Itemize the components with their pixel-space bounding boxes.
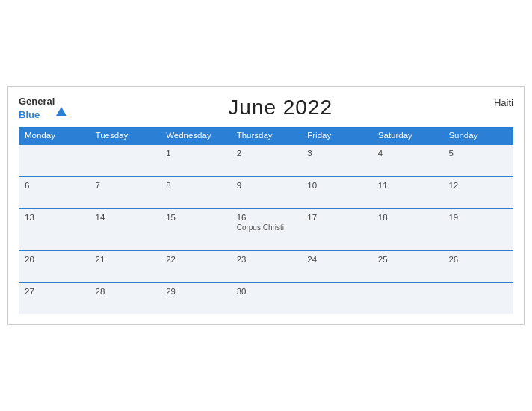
calendar-cell: 23 bbox=[231, 250, 302, 282]
day-number: 9 bbox=[237, 181, 296, 190]
day-number: 6 bbox=[25, 181, 84, 190]
calendar-cell: 1 bbox=[160, 144, 231, 176]
calendar-cell: 29 bbox=[160, 282, 231, 314]
calendar-cell: 3 bbox=[301, 144, 372, 176]
day-number: 13 bbox=[25, 213, 84, 222]
day-number: 15 bbox=[166, 213, 225, 222]
calendar-cell: 17 bbox=[301, 208, 372, 250]
day-number: 22 bbox=[166, 255, 225, 264]
holiday-label: Corpus Christi bbox=[237, 223, 296, 232]
calendar-cell bbox=[442, 282, 513, 314]
calendar-header: General Blue June 2022 Haiti bbox=[19, 94, 513, 121]
calendar-cell bbox=[19, 144, 90, 176]
weekday-header: Thursday bbox=[231, 127, 302, 144]
calendar-cell: 4 bbox=[372, 144, 443, 176]
day-number: 12 bbox=[448, 181, 507, 190]
day-number: 1 bbox=[166, 149, 225, 158]
calendar-week-row: 27282930 bbox=[19, 282, 513, 314]
weekday-header-row: MondayTuesdayWednesdayThursdayFridaySatu… bbox=[19, 127, 513, 144]
day-number: 26 bbox=[448, 255, 507, 264]
country-label: Haiti bbox=[494, 94, 513, 108]
day-number: 27 bbox=[25, 287, 84, 296]
day-number: 25 bbox=[378, 255, 437, 264]
day-number: 28 bbox=[96, 287, 155, 296]
calendar-cell bbox=[372, 282, 443, 314]
calendar-cell: 5 bbox=[442, 144, 513, 176]
day-number: 4 bbox=[378, 149, 437, 158]
calendar-cell: 18 bbox=[372, 208, 443, 250]
calendar-week-row: 6789101112 bbox=[19, 176, 513, 208]
weekday-header: Tuesday bbox=[90, 127, 161, 144]
day-number: 2 bbox=[237, 149, 296, 158]
calendar-thead: MondayTuesdayWednesdayThursdayFridaySatu… bbox=[19, 127, 513, 144]
day-number: 7 bbox=[96, 181, 155, 190]
calendar-tbody: 12345678910111213141516Corpus Christi171… bbox=[19, 144, 513, 314]
day-number: 19 bbox=[448, 213, 507, 222]
calendar-cell: 6 bbox=[19, 176, 90, 208]
day-number: 17 bbox=[307, 213, 366, 222]
weekday-header: Monday bbox=[19, 127, 90, 144]
calendar-cell: 16Corpus Christi bbox=[231, 208, 302, 250]
calendar-cell: 19 bbox=[442, 208, 513, 250]
day-number: 5 bbox=[448, 149, 507, 158]
calendar-week-row: 20212223242526 bbox=[19, 250, 513, 282]
weekday-header: Saturday bbox=[372, 127, 443, 144]
day-number: 10 bbox=[307, 181, 366, 190]
day-number: 20 bbox=[25, 255, 84, 264]
calendar-cell: 27 bbox=[19, 282, 90, 314]
day-number: 23 bbox=[237, 255, 296, 264]
day-number: 30 bbox=[237, 287, 296, 296]
calendar-cell: 9 bbox=[231, 176, 302, 208]
logo-blue-text: Blue bbox=[19, 109, 40, 120]
calendar-cell: 12 bbox=[442, 176, 513, 208]
calendar-cell: 26 bbox=[442, 250, 513, 282]
calendar-cell: 22 bbox=[160, 250, 231, 282]
weekday-header: Wednesday bbox=[160, 127, 231, 144]
day-number: 24 bbox=[307, 255, 366, 264]
calendar-cell: 28 bbox=[90, 282, 161, 314]
calendar-grid: MondayTuesdayWednesdayThursdayFridaySatu… bbox=[19, 127, 513, 314]
calendar-container: General Blue June 2022 Haiti MondayTuesd… bbox=[7, 86, 525, 325]
day-number: 14 bbox=[96, 213, 155, 222]
weekday-header: Friday bbox=[301, 127, 372, 144]
calendar-cell: 2 bbox=[231, 144, 302, 176]
logo-general-text: General bbox=[19, 96, 55, 107]
calendar-week-row: 12345 bbox=[19, 144, 513, 176]
day-number: 8 bbox=[166, 181, 225, 190]
calendar-cell: 30 bbox=[231, 282, 302, 314]
calendar-week-row: 13141516Corpus Christi171819 bbox=[19, 208, 513, 250]
calendar-cell: 13 bbox=[19, 208, 90, 250]
calendar-cell: 11 bbox=[372, 176, 443, 208]
calendar-cell bbox=[90, 144, 161, 176]
calendar-cell: 24 bbox=[301, 250, 372, 282]
day-number: 11 bbox=[378, 181, 437, 190]
calendar-cell: 8 bbox=[160, 176, 231, 208]
calendar-cell: 21 bbox=[90, 250, 161, 282]
calendar-cell: 20 bbox=[19, 250, 90, 282]
calendar-cell bbox=[301, 282, 372, 314]
day-number: 21 bbox=[96, 255, 155, 264]
calendar-cell: 10 bbox=[301, 176, 372, 208]
calendar-cell: 25 bbox=[372, 250, 443, 282]
calendar-cell: 14 bbox=[90, 208, 161, 250]
day-number: 29 bbox=[166, 287, 225, 296]
calendar-title: June 2022 bbox=[228, 96, 332, 120]
logo-triangle-icon bbox=[56, 94, 66, 116]
calendar-cell: 15 bbox=[160, 208, 231, 250]
logo: General Blue bbox=[19, 94, 66, 121]
day-number: 18 bbox=[378, 213, 437, 222]
day-number: 16 bbox=[237, 213, 296, 222]
weekday-header: Sunday bbox=[442, 127, 513, 144]
calendar-cell: 7 bbox=[90, 176, 161, 208]
day-number: 3 bbox=[307, 149, 366, 158]
